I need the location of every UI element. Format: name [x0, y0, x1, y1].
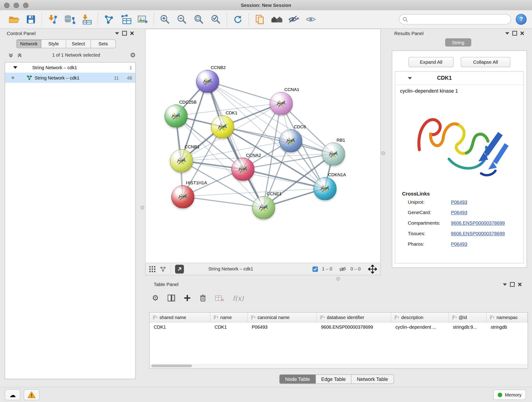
minimize-window-button[interactable]	[13, 3, 19, 8]
scrollbar-thumb[interactable]	[151, 364, 192, 367]
horizontal-scrollbar[interactable]	[150, 364, 527, 368]
network-node-ccnb2[interactable]	[196, 70, 219, 93]
cloud-button[interactable]: ☁	[5, 389, 20, 400]
crosslink-value-link[interactable]: 9606.ENSP00000378699	[451, 220, 505, 225]
table-cell[interactable]: cyclin–dependent ...	[391, 322, 449, 332]
grid-icon[interactable]	[149, 266, 156, 273]
tab-network-table[interactable]: Network Table	[351, 375, 393, 384]
expand-all-icon[interactable]	[8, 52, 14, 58]
collapse-panel-button[interactable]	[504, 30, 511, 36]
selected-checkbox-icon[interactable]	[312, 266, 318, 272]
column-header-canonical-name[interactable]: canonical name	[248, 313, 317, 322]
table-settings-gear-icon[interactable]: ⚙	[152, 294, 158, 302]
left-splitter-handle[interactable]	[140, 206, 144, 209]
hide-button[interactable]	[285, 12, 302, 27]
table-cell[interactable]: 9606.ENSP00000378699	[317, 322, 391, 332]
copy-document-button[interactable]	[251, 12, 268, 27]
tab-select[interactable]: Select	[66, 40, 91, 48]
tab-edge-table[interactable]: Edge Table	[316, 375, 351, 384]
crosslink-value-link[interactable]: 9606.ENSP00000378699	[451, 230, 505, 236]
warnings-button[interactable]	[24, 389, 39, 400]
gene-section-header[interactable]: CDK1	[395, 71, 524, 85]
network-table-button[interactable]	[117, 12, 134, 27]
fx-icon[interactable]: f(x)	[233, 294, 244, 302]
column-header-description[interactable]: description	[391, 313, 449, 322]
column-header-database-identifier[interactable]: database identifier	[317, 313, 391, 322]
network-edge[interactable]	[207, 81, 263, 207]
collapse-all-icon[interactable]	[17, 52, 22, 58]
right-splitter-handle[interactable]	[381, 151, 385, 155]
search-field[interactable]	[399, 14, 511, 24]
network-node-hist1h1a[interactable]	[171, 185, 195, 209]
collapse-panel-button[interactable]	[114, 30, 121, 36]
network-node-cdc6[interactable]	[279, 129, 302, 153]
table-cell[interactable]: CDK1	[150, 322, 210, 332]
zoom-window-button[interactable]	[23, 3, 29, 8]
collapse-all-button[interactable]: Collapse All	[461, 57, 510, 67]
network-node-rb1[interactable]	[322, 143, 345, 166]
columns-icon[interactable]	[167, 294, 175, 301]
refresh-button[interactable]	[229, 12, 246, 27]
preview-button[interactable]	[302, 12, 319, 27]
table-cell[interactable]: stringdb	[487, 322, 528, 332]
tree-expand-icon[interactable]	[13, 66, 17, 69]
network-node-cdc25b[interactable]	[165, 104, 188, 128]
column-header-@id[interactable]: @id	[449, 313, 487, 322]
network-node-ccna1[interactable]	[270, 92, 293, 115]
tab-sets[interactable]: Sets	[91, 40, 115, 48]
tab-style[interactable]: Style	[41, 40, 66, 48]
horizontal-splitter-handle[interactable]	[336, 277, 340, 281]
network-row-selected[interactable]: String Network – cdk1 11 48	[5, 73, 135, 83]
collapse-panel-button[interactable]	[501, 281, 509, 288]
trash-icon[interactable]	[199, 294, 206, 302]
network-collection-row[interactable]: String Network – cdk1 1	[5, 62, 135, 72]
zoom-selected-button[interactable]	[207, 12, 224, 27]
maximize-panel-button[interactable]	[509, 281, 516, 288]
network-node-ccnb1[interactable]	[170, 149, 193, 172]
close-window-button[interactable]	[4, 3, 10, 8]
network-node-ccne1[interactable]	[252, 196, 275, 219]
network-canvas[interactable]: CCNB2CCNA1CDC25BCDK1CDC6RB1CCNB1CCNA2CDK…	[146, 29, 380, 263]
zoom-in-button[interactable]	[157, 12, 173, 27]
network-node-cdkn1a[interactable]	[313, 177, 336, 200]
close-panel-button[interactable]	[516, 281, 524, 288]
zoom-out-button[interactable]	[173, 12, 190, 27]
crosslink-value-link[interactable]: P06493	[451, 210, 467, 215]
close-panel-button[interactable]	[128, 30, 136, 36]
open-session-button[interactable]	[6, 12, 22, 27]
save-session-button[interactable]	[22, 12, 39, 27]
table-cell[interactable]: stringdb:9...	[449, 322, 487, 332]
import-table-button[interactable]	[78, 12, 95, 27]
tab-network[interactable]: Network	[17, 40, 41, 48]
network-icon[interactable]	[160, 266, 167, 272]
new-network-button[interactable]	[100, 12, 117, 27]
add-column-icon[interactable]	[184, 294, 191, 301]
hidden-eye-icon[interactable]	[339, 266, 346, 272]
import-network-file-button[interactable]	[44, 12, 61, 27]
maximize-panel-button[interactable]	[511, 30, 519, 36]
network-node-cdk1[interactable]	[211, 115, 234, 139]
crosslink-value-link[interactable]: P06493	[451, 199, 467, 205]
import-network-database-button[interactable]	[61, 12, 78, 27]
maximize-panel-button[interactable]	[121, 30, 128, 36]
help-button[interactable]: ?	[516, 14, 526, 25]
gear-icon[interactable]: ⚙	[130, 52, 136, 58]
column-header-shared-name[interactable]: shared name	[150, 313, 210, 322]
move-icon[interactable]	[368, 264, 377, 274]
open-in-window-button[interactable]	[175, 264, 184, 274]
column-header-namespac[interactable]: namespac	[487, 313, 528, 322]
table-cell[interactable]: CDK1	[210, 322, 248, 332]
export-image-button[interactable]	[134, 12, 151, 27]
crosslink-value-link[interactable]: P06493	[451, 241, 467, 247]
table-cell[interactable]: P06493	[248, 322, 317, 332]
search-input[interactable]	[410, 17, 507, 22]
zoom-fit-button[interactable]	[190, 12, 207, 27]
tab-string[interactable]: String	[445, 38, 471, 46]
section-collapse-icon[interactable]	[408, 77, 412, 79]
network-node-ccna2[interactable]	[231, 158, 254, 181]
tab-node-table[interactable]: Node Table	[280, 375, 316, 384]
first-neighbors-button[interactable]	[268, 12, 285, 27]
close-panel-button[interactable]	[519, 30, 526, 36]
expand-all-button[interactable]: Expand All	[409, 57, 454, 67]
table-row[interactable]: CDK1CDK1P064939606.ENSP00000378699cyclin…	[150, 322, 528, 332]
